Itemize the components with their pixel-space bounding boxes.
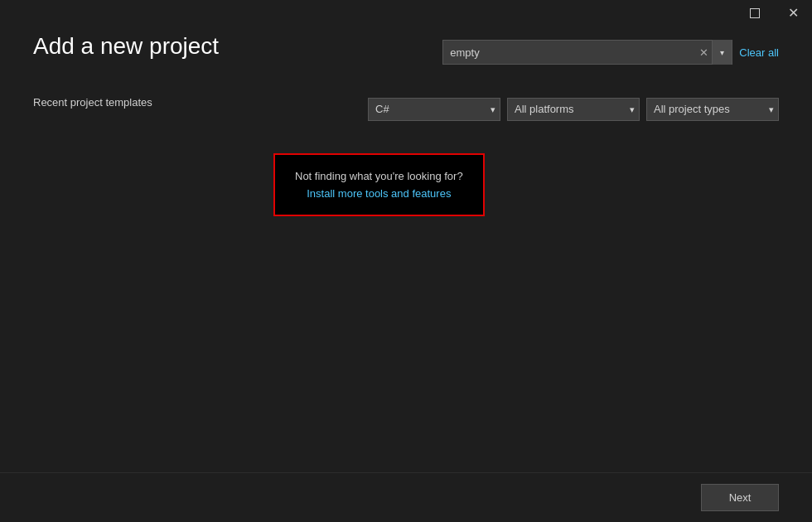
install-tools-link[interactable]: Install more tools and features	[295, 187, 463, 200]
chevron-down-icon: ▾	[720, 48, 724, 57]
platform-filter-wrapper: All platforms Android Azure Cloud iOS Li…	[507, 98, 640, 121]
clear-icon: ✕	[699, 46, 708, 59]
search-clear-button[interactable]: ✕	[696, 46, 712, 59]
maximize-icon	[750, 8, 760, 18]
search-input[interactable]	[450, 46, 696, 59]
search-dropdown-button[interactable]: ▾	[712, 40, 732, 65]
project-type-filter[interactable]: All project types Cloud Console Desktop …	[646, 98, 779, 121]
main-content: Add a new project ✕ ▾ Clear all Recent p…	[0, 0, 812, 522]
maximize-button[interactable]	[736, 0, 774, 27]
section-label: Recent project templates	[33, 96, 152, 109]
not-finding-box: Not finding what you're looking for? Ins…	[273, 153, 485, 216]
search-box: ✕ ▾	[442, 40, 732, 65]
clear-all-button[interactable]: Clear all	[739, 46, 779, 59]
next-button[interactable]: Next	[701, 484, 779, 511]
project-type-filter-wrapper: All project types Cloud Console Desktop …	[646, 98, 779, 121]
page-title: Add a new project	[33, 33, 219, 60]
close-button[interactable]: ✕	[774, 0, 812, 27]
not-finding-text: Not finding what you're looking for?	[295, 170, 463, 182]
language-filter-wrapper: C# All languages C++ F# JavaScript Pytho…	[368, 98, 500, 121]
filter-row: C# All languages C++ F# JavaScript Pytho…	[368, 98, 779, 121]
close-icon: ✕	[788, 7, 799, 20]
bottom-bar: Next	[0, 472, 812, 522]
title-bar: ✕	[736, 0, 812, 27]
language-filter[interactable]: C# All languages C++ F# JavaScript Pytho…	[368, 98, 500, 121]
platform-filter[interactable]: All platforms Android Azure Cloud iOS Li…	[507, 98, 640, 121]
